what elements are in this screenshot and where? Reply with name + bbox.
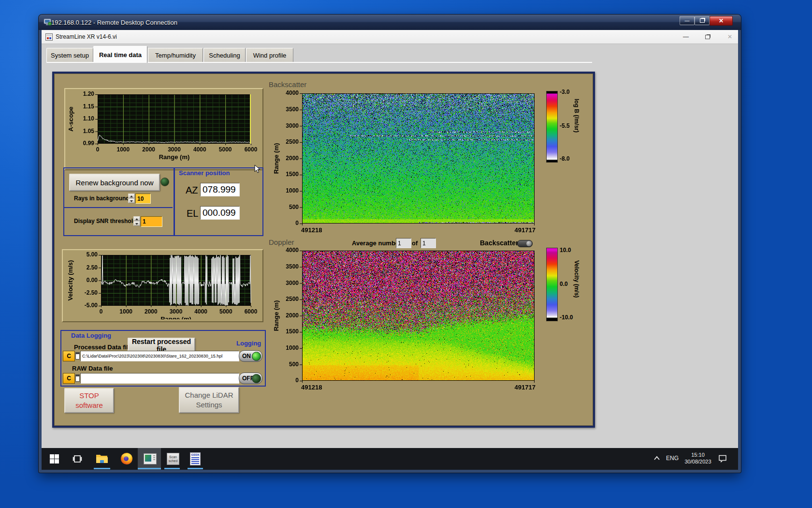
language-indicator[interactable]: ENG bbox=[666, 455, 679, 462]
data-logging-box: Data Logging Processed Data file Restart… bbox=[60, 330, 266, 387]
average-of-label: of bbox=[412, 239, 418, 247]
doppler-cb-tick-max: 10.0 bbox=[560, 247, 571, 254]
doppler-heatmap-canvas bbox=[266, 247, 537, 390]
renew-background-led bbox=[160, 178, 169, 186]
rdp-window-title: 192.168.0.122 - Remote Desktop Connectio… bbox=[51, 19, 177, 26]
active-app-highlight[interactable] bbox=[138, 448, 161, 470]
processed-path-field[interactable]: C:\Lidar\Data\Proc\2023\202308\20230830\… bbox=[80, 351, 239, 361]
remote-desktop: StreamLine XR v14-6.vi — ✕ System setup … bbox=[42, 30, 738, 470]
running-indicator-explorer bbox=[94, 468, 110, 469]
rdp-icon bbox=[44, 18, 52, 26]
task-view-icon[interactable] bbox=[72, 454, 82, 463]
streamline-app-icon bbox=[144, 453, 157, 464]
backscatter-heatmap-canvas bbox=[266, 90, 537, 233]
tab-temp-humidity[interactable]: Temp/humidity bbox=[148, 48, 203, 62]
snr-value[interactable]: 1 bbox=[141, 216, 162, 227]
on-switch-knob bbox=[252, 352, 261, 361]
vi-icon bbox=[45, 33, 53, 41]
rays-spinner[interactable] bbox=[128, 194, 135, 203]
raw-path-field[interactable] bbox=[80, 373, 239, 384]
doppler-cb-tick-mid: 0.0 bbox=[560, 281, 568, 287]
scanner-position-title: Scanner position bbox=[179, 169, 230, 177]
vi-titlebar[interactable]: StreamLine XR v14-6.vi — ✕ bbox=[42, 30, 738, 44]
remote-taskbar: Scan sched GEEK ENG 15:10 30/08/2023 bbox=[42, 448, 738, 470]
mouse-cursor bbox=[254, 164, 261, 174]
renew-background-button[interactable]: Renew background now bbox=[69, 174, 160, 191]
rays-value[interactable]: 10 bbox=[135, 194, 151, 204]
toggle-knob bbox=[526, 241, 532, 246]
backscatter-cb-tick-mid: -5.5 bbox=[560, 122, 570, 129]
rdp-titlebar[interactable]: 192.168.0.122 - Remote Desktop Connectio… bbox=[39, 15, 741, 30]
rdp-close-button[interactable]: ✕ bbox=[710, 16, 733, 26]
el-value-field[interactable]: 000.099 bbox=[200, 206, 240, 220]
backscatter-colorbar bbox=[546, 91, 558, 163]
backscatter-toggle-switch[interactable] bbox=[517, 240, 533, 247]
geek-app-icon[interactable]: GEEK bbox=[190, 452, 201, 465]
vi-close-button[interactable]: ✕ bbox=[723, 32, 737, 42]
doppler-cb-tick-min: -10.0 bbox=[560, 314, 573, 321]
average-number-label: Average number bbox=[352, 239, 401, 247]
tab-wind-profile[interactable]: Wind profile bbox=[246, 48, 293, 62]
firefox-flame bbox=[122, 454, 131, 458]
file-explorer-icon[interactable] bbox=[96, 453, 108, 464]
raw-data-file-label: RAW Data file bbox=[72, 365, 113, 372]
doppler-title: Doppler bbox=[269, 238, 294, 246]
average-total-value[interactable]: 1 bbox=[420, 238, 436, 248]
backscatter-cb-label: log B (/m/sr) bbox=[573, 99, 580, 133]
processed-logging-on-switch[interactable]: ON bbox=[239, 350, 262, 362]
rays-in-background-label: Rays in background bbox=[74, 195, 130, 202]
tab-real-time-data[interactable]: Real time data bbox=[93, 46, 147, 63]
start-button[interactable] bbox=[50, 454, 59, 463]
running-indicator-active-app bbox=[138, 468, 161, 469]
background-controls-box: Renew background now Rays in background … bbox=[63, 167, 174, 236]
vi-window-title: StreamLine XR v14-6.vi bbox=[56, 33, 117, 40]
processed-data-file-label: Processed Data file bbox=[74, 344, 132, 351]
processed-resize-glyph bbox=[75, 352, 80, 359]
velocity-plot-canvas bbox=[63, 250, 261, 319]
snr-spinner[interactable] bbox=[133, 216, 140, 226]
ascope-plot-canvas bbox=[65, 89, 261, 167]
el-label: EL bbox=[187, 208, 198, 219]
raw-logging-off-switch[interactable]: OFF bbox=[239, 373, 262, 384]
az-label: AZ bbox=[186, 185, 198, 196]
desktop-background: 192.168.0.122 - Remote Desktop Connectio… bbox=[0, 0, 812, 508]
doppler-cb-label: Velocity (m/s) bbox=[573, 260, 580, 298]
vi-restore-button[interactable] bbox=[700, 32, 715, 42]
stop-software-button[interactable]: STOP software bbox=[64, 388, 114, 413]
clock-time: 15:10 bbox=[681, 451, 715, 458]
raw-resize-glyph bbox=[75, 374, 80, 382]
rdp-window: 192.168.0.122 - Remote Desktop Connectio… bbox=[39, 15, 741, 473]
taskbar-clock[interactable]: 15:10 30/08/2023 bbox=[681, 451, 715, 465]
ascope-graph bbox=[64, 88, 263, 170]
change-lidar-settings-button[interactable]: Change LiDAR Settings bbox=[179, 387, 239, 413]
firefox-icon[interactable] bbox=[121, 453, 132, 464]
clock-date: 30/08/2023 bbox=[681, 458, 715, 465]
rdp-minimize-button[interactable]: — bbox=[680, 16, 695, 25]
logging-label: Logging bbox=[236, 340, 261, 347]
front-panel: Renew background now Rays in background … bbox=[52, 72, 595, 428]
average-number-value[interactable]: 1 bbox=[396, 238, 411, 248]
az-value-field[interactable]: 078.999 bbox=[200, 183, 240, 196]
backscatter-cb-tick-min: -8.0 bbox=[560, 155, 570, 162]
raw-drive-combo[interactable]: C bbox=[63, 373, 75, 384]
running-indicator-geek bbox=[188, 468, 203, 469]
scan-scheduler-icon[interactable]: Scan sched bbox=[167, 453, 179, 465]
tab-system-setup[interactable]: System setup bbox=[46, 48, 93, 62]
backscatter-title: Backscatter bbox=[269, 80, 306, 89]
doppler-colorbar bbox=[546, 248, 558, 321]
running-indicator-scan bbox=[164, 468, 180, 469]
backscatter-toggle-label: Backscatter bbox=[480, 239, 518, 247]
tray-chevron-icon[interactable] bbox=[653, 456, 660, 461]
backscatter-cb-tick-max: -3.0 bbox=[560, 89, 570, 95]
rdp-restore-button[interactable] bbox=[695, 16, 710, 25]
scanner-position-box: Scanner position AZ 078.999 EL 000.099 bbox=[174, 167, 263, 236]
vi-minimize-button[interactable]: — bbox=[679, 32, 693, 42]
data-logging-title: Data Logging bbox=[71, 332, 111, 339]
tab-scheduling[interactable]: Scheduling bbox=[203, 48, 246, 62]
box-divider bbox=[63, 207, 173, 208]
off-switch-knob bbox=[252, 374, 261, 383]
snr-threshold-label: Display SNR threshold bbox=[74, 218, 136, 224]
notification-center-icon[interactable] bbox=[718, 455, 727, 463]
processed-drive-combo[interactable]: C bbox=[63, 351, 75, 361]
velocity-graph bbox=[62, 249, 263, 322]
